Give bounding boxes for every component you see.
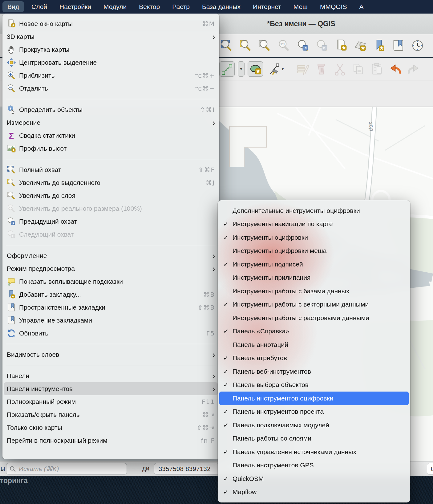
menu-item[interactable]: Увеличить до выделенного⌘J	[4, 176, 218, 189]
coordinate-field[interactable]: 3357508 8397132	[154, 463, 219, 475]
submenu-item[interactable]: Дополнительные инструменты оцифровки	[219, 204, 409, 217]
menu-item[interactable]: Только окно карты⇧⌘⇥	[4, 421, 218, 434]
menu-item[interactable]: Панели›	[4, 369, 218, 382]
menubar-item-11[interactable]: А	[354, 1, 368, 12]
zoom-out-icon	[7, 84, 16, 93]
new-map-view-button[interactable]	[334, 38, 349, 53]
add-polygon-button[interactable]	[248, 61, 263, 77]
menu-item[interactable]: Центрировать выделение	[4, 56, 218, 69]
menu-item-shortcut: ⌥⌘−	[195, 85, 215, 92]
submenu-item[interactable]: Инструменты работы с базами данных	[219, 284, 409, 298]
status-left-text-fragment: ы	[1, 465, 5, 472]
menu-item[interactable]: Измерение›	[4, 116, 218, 129]
menubar-item-6[interactable]: Растр	[167, 1, 195, 12]
submenu-item[interactable]: ✓Панель выбора объектов	[219, 378, 409, 392]
menubar-item-4[interactable]: Модули	[99, 1, 132, 12]
menu-item[interactable]: Показать/скрыть панель⌘⇥	[4, 408, 218, 421]
submenu-item[interactable]: Инструменты прилипания	[219, 271, 409, 285]
menu-item[interactable]: Прокрутка карты	[4, 43, 218, 56]
submenu-item-digitizing-toolbar[interactable]: Панель инструментов оцифровки	[219, 392, 409, 405]
menubar-item-1[interactable]: Вид	[2, 1, 24, 12]
submenu-item[interactable]: ✓QuickOSM	[219, 472, 409, 486]
menu-item-label: Приблизить	[19, 72, 189, 79]
submenu-item[interactable]: ✓Инструменты работы с векторными данными	[219, 298, 409, 311]
menu-item[interactable]: ОбновитьF5	[4, 327, 218, 340]
menu-item[interactable]: Предыдущий охват	[4, 215, 218, 228]
menubar-item-3[interactable]: Настройки	[55, 1, 96, 12]
menu-item[interactable]: Режим предпросмотра›	[4, 262, 218, 275]
menu-item[interactable]: Показать всплывающие подсказки	[4, 275, 218, 288]
capture-line-dropdown-button[interactable]: ▼	[238, 61, 245, 77]
menu-item[interactable]: 3D карты›	[4, 30, 218, 43]
chevron-right-icon: ›	[213, 350, 215, 359]
menu-item[interactable]: Видимость слоев›	[4, 348, 218, 361]
status-right-field-fragment[interactable]: 0	[427, 463, 433, 475]
menu-item[interactable]: Управление закладками	[4, 314, 218, 327]
zoom-to-selection-button[interactable]	[238, 38, 253, 53]
submenu-item[interactable]: Панель инструментов GPS	[219, 459, 409, 472]
temporal-controller-button[interactable]	[410, 38, 425, 53]
menu-item-shortcut: ⌘⇥	[202, 411, 215, 418]
submenu-item-label: Инструменты подписей	[233, 261, 303, 268]
submenu-item[interactable]: ✓Панель управления источниками данных	[219, 445, 409, 459]
checkmark-icon: ✓	[223, 234, 233, 241]
menu-item[interactable]: Пространственные закладки⇧⌘B	[4, 301, 218, 314]
zoom-to-layer-button[interactable]	[257, 38, 272, 53]
submenu-item[interactable]: Инструменты оцифровки меша	[219, 244, 409, 258]
menubar-item-10[interactable]: MMQGIS	[315, 1, 352, 12]
submenu-item[interactable]: ✓Mapflow	[219, 486, 409, 499]
menu-item[interactable]: Полный охват⇧⌘F	[4, 163, 218, 176]
submenu-item[interactable]: Инструменты работы с растровыми данными	[219, 311, 409, 325]
menu-item[interactable]: Увеличить до слоя	[4, 189, 218, 202]
menu-item-toolbars[interactable]: Панели инструментов›	[4, 382, 218, 395]
menu-item: 1:1Увеличить до реального размера (100%)	[4, 202, 218, 215]
submenu-item[interactable]: ✓Панель атрибутов	[219, 352, 409, 365]
menu-item-label: Полный охват	[19, 166, 193, 173]
submenu-item[interactable]: ✓Панель подключаемых модулей	[219, 418, 409, 432]
qgis-screen: *Без имени — QGIS 1:1 ▼▼	[0, 0, 433, 504]
menu-item[interactable]: Перейти в полноэкранный режимfn F	[4, 434, 218, 447]
menubar-item-5[interactable]: Вектор	[134, 1, 165, 12]
submenu-item[interactable]: ✓Панель веб-инструментов	[219, 365, 409, 378]
submenu-item[interactable]: ✓Инструменты подписей	[219, 258, 409, 271]
zoom-previous-button[interactable]	[296, 38, 310, 53]
menu-item-label: Следующий охват	[19, 231, 215, 238]
submenu-item[interactable]: Панель работы со слоями	[219, 432, 409, 445]
zoom-full-button[interactable]	[219, 38, 234, 53]
vertex-tool-button[interactable]: ▼	[266, 61, 286, 77]
menu-item-label: Увеличить до реального размера (100%)	[19, 205, 215, 212]
menubar-item-2[interactable]: Слой	[26, 1, 52, 12]
menu-item[interactable]: ΣСводка статистики	[4, 129, 218, 142]
search-input[interactable]	[18, 465, 123, 473]
menubar-item-8[interactable]: Интернет	[248, 1, 286, 12]
submenu-item[interactable]: Панель аннотаций	[219, 338, 409, 352]
submenu-item-label: Инструменты прилипания	[233, 274, 310, 281]
chevron-right-icon: ›	[213, 264, 215, 273]
checkmark-icon: ✓	[223, 488, 233, 496]
new-3d-map-view-button[interactable]	[353, 38, 368, 53]
bookmark-manager-button[interactable]	[391, 38, 406, 53]
menu-item[interactable]: Новое окно карты⌘M	[4, 17, 218, 30]
menu-item[interactable]: iОпределить объекты⇧⌘I	[4, 103, 218, 116]
menubar-item-9[interactable]: Меш	[289, 1, 313, 12]
menu-item[interactable]: Добавить закладку...⌘B	[4, 288, 218, 301]
menu-item[interactable]: Приблизить⌥⌘+	[4, 69, 218, 82]
menu-item[interactable]: Оформление›	[4, 249, 218, 262]
menubar-item-7[interactable]: База данных	[197, 1, 245, 12]
dropdown-arrow-icon[interactable]: ▼	[281, 67, 285, 71]
menu-item[interactable]: Полноэкранный режимF11	[4, 395, 218, 408]
toolbars-submenu: Дополнительные инструменты оцифровки✓Инс…	[218, 200, 410, 502]
menu-item[interactable]: Профиль высот	[4, 142, 218, 155]
submenu-item[interactable]: ✓Инструменты оцифровки	[219, 231, 409, 244]
add-bookmark-button[interactable]	[372, 38, 387, 53]
locator-search-field[interactable]	[6, 463, 127, 475]
undo-button[interactable]	[387, 61, 403, 77]
redo-icon	[407, 63, 420, 75]
menu-item[interactable]: Отдалить⌥⌘−	[4, 82, 218, 95]
submenu-item[interactable]: ✓Панель инструментов проекта	[219, 405, 409, 419]
submenu-item[interactable]: ✓Панель «Справка»	[219, 325, 409, 338]
submenu-item[interactable]: ✓Инструменты навигации по карте	[219, 217, 409, 231]
submenu-item-label: Инструменты навигации по карте	[233, 220, 333, 228]
submenu-item-label: Панель инструментов проекта	[233, 408, 324, 415]
capture-line-button[interactable]	[219, 61, 235, 77]
